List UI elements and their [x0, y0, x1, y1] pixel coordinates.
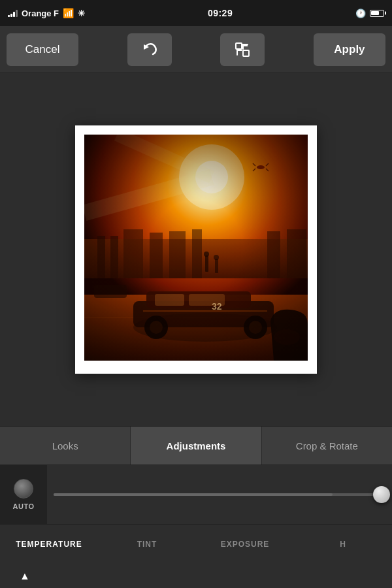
status-time: 09:29 [208, 8, 233, 18]
slider-thumb[interactable] [373, 486, 390, 503]
up-arrow-icon: ▲ [20, 570, 30, 582]
tabs-bar: Looks Adjustments Crop & Rotate [0, 426, 392, 465]
photo-image: 32 [84, 135, 308, 361]
auto-button[interactable]: AUTO [0, 465, 47, 524]
tab-adjustments[interactable]: Adjustments [131, 427, 261, 465]
auto-circle-icon [14, 479, 33, 498]
label-tint[interactable]: TINT [98, 540, 196, 549]
undo-button[interactable] [127, 33, 172, 66]
spinner-icon: ✳ [78, 8, 85, 18]
labels-section: TEMPERATURE TINT EXPOSURE H [0, 524, 392, 563]
svg-rect-2 [243, 50, 249, 56]
wifi-icon: 📶 [63, 8, 74, 18]
status-right: 🕐 [355, 8, 384, 18]
photo-area: 32 [0, 73, 392, 426]
status-left: Orange F 📶 ✳ [8, 8, 85, 18]
expand-button[interactable] [220, 33, 265, 66]
svg-rect-1 [236, 43, 242, 49]
photo-canvas: 32 [84, 135, 308, 361]
carrier-label: Orange F [22, 8, 59, 18]
undo-icon [140, 41, 159, 59]
apply-button[interactable]: Apply [314, 33, 385, 66]
slider-track[interactable] [54, 493, 382, 496]
svg-rect-44 [84, 135, 308, 361]
slider-section: AUTO [0, 465, 392, 524]
label-temperature[interactable]: TEMPERATURE [0, 540, 98, 549]
label-exposure[interactable]: EXPOSURE [196, 540, 294, 549]
arrow-indicator: ▲ [0, 563, 392, 588]
slider-fill [54, 493, 333, 496]
battery-icon [370, 10, 384, 17]
signal-bars-icon [8, 9, 18, 17]
status-bar: Orange F 📶 ✳ 09:29 🕐 [0, 0, 392, 26]
label-hue[interactable]: H [294, 540, 392, 549]
tab-crop-rotate[interactable]: Crop & Rotate [262, 427, 392, 465]
photo-frame: 32 [75, 125, 317, 374]
clock-icon: 🕐 [355, 8, 366, 18]
expand-icon [233, 41, 252, 59]
toolbar: Cancel Apply [0, 26, 392, 73]
cancel-button[interactable]: Cancel [7, 33, 78, 66]
slider-track-area[interactable] [47, 465, 392, 524]
tab-looks[interactable]: Looks [0, 427, 131, 465]
